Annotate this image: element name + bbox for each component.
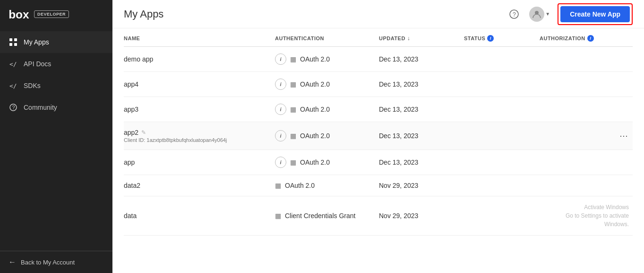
date-cell: Nov 29, 2023 [379,182,464,189]
back-to-account-item[interactable]: ← Back to My Account [9,258,104,266]
svg-rect-2 [14,38,17,41]
app-name-cell: app3 [124,106,275,113]
back-arrow-icon: ← [9,258,16,266]
sidebar-nav: My Apps </> API Docs </> SDKs ? [0,28,112,251]
avatar-button[interactable] [529,7,544,22]
top-bar: My Apps ? ▼ Create New App [112,0,644,28]
copy-icon[interactable]: ▦ [290,159,296,166]
table-row[interactable]: demo app i ▦ OAuth 2.0 Dec 13, 2023 [124,47,633,72]
date-cell: Dec 13, 2023 [379,55,464,63]
sidebar-item-api-docs[interactable]: </> API Docs [0,53,112,75]
auth-cell: ▦ OAuth 2.0 [275,182,379,189]
date-cell: Nov 29, 2023 [379,212,464,220]
app-name-cell: data2 [124,182,275,189]
app-name-cell: demo app [124,55,275,63]
auth-text: Client Credentials Grant [285,212,355,220]
copy-icon[interactable]: ▦ [290,132,296,140]
table-row[interactable]: app3 i ▦ OAuth 2.0 Dec 13, 2023 [124,97,633,122]
app-name-cell: app4 [124,80,275,88]
app-name-text: data2 [124,182,275,189]
svg-text:</>: </> [9,61,17,68]
col-authorization: AUTHORIZATION i [540,35,633,42]
auth-text: OAuth 2.0 [300,55,330,63]
watermark-text: Activate Windows Go to Settings to activ… [540,203,633,229]
app-name-text: data [124,212,275,220]
sidebar-logo: box DEVELOPER [0,0,112,28]
info-circle-icon: i [275,130,286,141]
app-name-text: demo app [124,55,275,63]
client-id-text: Client ID: 1azxtptb8tpkbufqhxluatopan4y0… [124,137,275,143]
sidebar-item-sdks[interactable]: </> SDKs [0,75,112,97]
app-name-text: app4 [124,80,275,88]
auth-text: OAuth 2.0 [285,182,315,189]
copy-icon[interactable]: ▦ [275,212,281,220]
table-header: NAME AUTHENTICATION UPDATED ↓ STATUS i A… [124,28,633,47]
svg-text:?: ? [513,11,516,18]
main-content: My Apps ? ▼ Create New App [112,0,644,273]
table-row[interactable]: app4 i ▦ OAuth 2.0 Dec 13, 2023 [124,72,633,97]
sidebar-item-label: Community [24,104,57,111]
sort-arrow-icon: ↓ [407,35,411,42]
sidebar-item-my-apps[interactable]: My Apps [0,31,112,53]
copy-icon[interactable]: ▦ [290,80,296,88]
auth-cell: i ▦ OAuth 2.0 [275,79,379,90]
svg-rect-4 [14,43,17,46]
sidebar-bottom: ← Back to My Account [0,251,112,273]
app-name-text: app2 ✎ [124,129,275,136]
top-bar-actions: ? ▼ Create New App [507,3,633,25]
app-name-text: app [124,159,275,166]
date-cell: Dec 13, 2023 [379,80,464,88]
sidebar-item-label: API Docs [24,60,51,68]
auth-text: OAuth 2.0 [300,106,330,113]
table-row[interactable]: app i ▦ OAuth 2.0 Dec 13, 2023 [124,150,633,175]
authorization-info-icon: i [587,35,594,42]
auth-cell: ▦ Client Credentials Grant [275,212,379,220]
create-new-app-button[interactable]: Create New App [560,6,630,22]
edit-icon[interactable]: ✎ [141,129,146,136]
svg-text:?: ? [12,105,15,110]
svg-rect-3 [9,43,12,46]
developer-badge: DEVELOPER [34,10,69,18]
auth-text: OAuth 2.0 [300,132,330,140]
question-icon: ? [9,103,18,112]
sidebar-item-label: SDKs [24,82,41,89]
col-status: STATUS i [464,35,540,42]
auth-text: OAuth 2.0 [300,80,330,88]
sidebar-item-label: My Apps [24,38,49,46]
col-updated[interactable]: UPDATED ↓ [379,35,464,42]
auth-cell: i ▦ OAuth 2.0 [275,53,379,65]
help-button[interactable]: ? [507,7,522,22]
auth-cell: i ▦ OAuth 2.0 [275,157,379,168]
status-info-icon: i [487,35,494,42]
back-to-account-label: Back to My Account [21,259,75,266]
code-icon-sdks: </> [9,81,18,90]
box-logo-icon: box [9,8,29,21]
table-row[interactable]: data2 ▦ OAuth 2.0 Nov 29, 2023 [124,175,633,196]
app-name-cell: app [124,159,275,166]
app-name-text: app3 [124,106,275,113]
page-title: My Apps [124,8,163,20]
date-cell: Dec 13, 2023 [379,159,464,166]
sidebar: box DEVELOPER My Apps </> API Do [0,0,112,273]
copy-icon[interactable]: ▦ [290,55,296,63]
user-dropdown-arrow: ▼ [545,11,550,17]
date-cell: Dec 13, 2023 [379,106,464,113]
apps-table: NAME AUTHENTICATION UPDATED ↓ STATUS i A… [112,28,644,273]
auth-cell: i ▦ OAuth 2.0 [275,130,379,141]
grid-icon [9,37,18,47]
auth-text: OAuth 2.0 [300,159,330,166]
create-btn-wrapper: Create New App [558,3,633,25]
col-name: NAME [124,35,275,42]
date-cell: Dec 13, 2023 [379,132,464,140]
sidebar-item-community[interactable]: ? Community [0,97,112,118]
user-menu[interactable]: ▼ [529,7,550,22]
more-menu-button[interactable]: ⋯ [540,131,633,141]
svg-text:</>: </> [9,82,17,89]
table-row[interactable]: data ▦ Client Credentials Grant Nov 29, … [124,196,633,236]
info-circle-icon: i [275,157,286,168]
col-authentication: AUTHENTICATION [275,35,379,42]
svg-rect-1 [9,38,12,41]
copy-icon[interactable]: ▦ [275,182,281,189]
table-row[interactable]: app2 ✎ Client ID: 1azxtptb8tpkbufqhxluat… [124,122,633,150]
copy-icon[interactable]: ▦ [290,106,296,113]
